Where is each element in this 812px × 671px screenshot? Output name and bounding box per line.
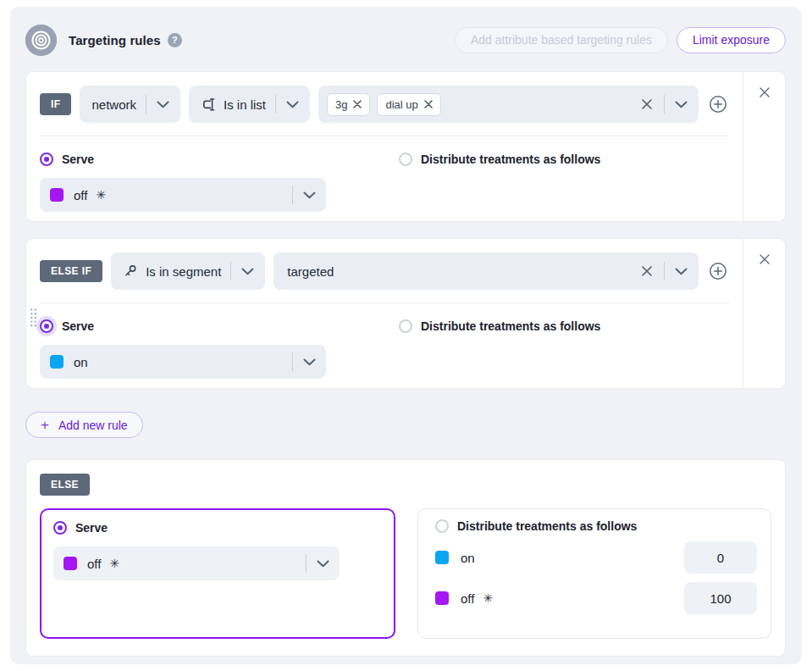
distribute-label: Distribute treatments as follows (457, 519, 637, 533)
segment-key-icon (123, 263, 138, 279)
treatment-percent-input[interactable] (684, 582, 757, 614)
limit-exposure-button[interactable]: Limit exposure (677, 27, 786, 53)
rule-if-side (743, 72, 785, 221)
remove-tag-icon[interactable] (424, 100, 433, 108)
else-badge: ELSE (40, 474, 90, 496)
radio-unselected-icon[interactable] (435, 519, 449, 533)
help-icon[interactable]: ? (168, 33, 182, 47)
clear-segment-icon[interactable] (639, 263, 655, 279)
matcher-select-value: Is in list (224, 97, 266, 112)
radio-unselected-icon[interactable] (399, 319, 412, 333)
treatment-color-swatch (435, 591, 449, 605)
treatment-name: off (74, 188, 87, 202)
value-tag-label: 3g (335, 98, 347, 111)
distribute-option[interactable]: Distribute treatments as follows (399, 319, 600, 333)
value-tag: 3g (327, 93, 370, 116)
add-new-rule-label: Add new rule (58, 419, 128, 432)
default-treatment-icon: ✳ (109, 557, 119, 570)
rule-else-if-main: ELSE IF Is in segment (26, 239, 743, 388)
treatment-select[interactable]: off ✳ (53, 546, 340, 580)
rule-card-else-if: ELSE IF Is in segment (25, 238, 786, 389)
matcher-select[interactable]: Is in segment (111, 252, 265, 290)
else-if-badge: ELSE IF (40, 260, 102, 282)
attribute-select-value: network (91, 97, 136, 112)
toolbar-actions: Add attribute based targeting rules Limi… (455, 27, 786, 53)
rule-if-main: IF network Is in list (26, 72, 743, 221)
serve-option[interactable]: Serve (53, 521, 382, 535)
plus-icon: + (41, 418, 49, 432)
chevron-down-icon (313, 560, 333, 568)
drag-handle[interactable] (30, 308, 37, 328)
treatment-select[interactable]: off ✳ (40, 178, 326, 212)
radio-unselected-icon[interactable] (399, 152, 412, 166)
radio-selected-icon[interactable] (40, 319, 53, 333)
remove-tag-icon[interactable] (353, 100, 362, 108)
treatment-color-swatch (50, 188, 64, 202)
else-distribute-panel[interactable]: Distribute treatments as follows on off … (417, 508, 771, 639)
distribute-option[interactable]: Distribute treatments as follows (399, 152, 600, 166)
radio-selected-icon[interactable] (53, 521, 67, 535)
treatment-color-swatch (435, 551, 449, 564)
treatment-color-swatch (64, 557, 77, 570)
add-new-rule-button[interactable]: + Add new rule (25, 412, 143, 438)
treatment-color-swatch (50, 355, 64, 369)
distribute-label: Distribute treatments as follows (421, 152, 600, 166)
treatment-select[interactable]: on (40, 345, 326, 379)
delete-rule-button[interactable] (758, 252, 771, 266)
toolbar: Targeting rules ? Add attribute based ta… (25, 24, 786, 56)
rule-if-condition-row: IF network Is in list (40, 82, 729, 136)
add-attribute-rules-button[interactable]: Add attribute based targeting rules (455, 27, 668, 53)
rule-else-if-serve-row: Serve Distribute treatments as follows (40, 303, 729, 333)
if-badge: IF (40, 93, 71, 115)
else-grid: Serve off ✳ Distribute treatments as fol (40, 508, 771, 639)
chevron-down-icon (300, 191, 319, 199)
radio-selected-icon[interactable] (40, 152, 53, 166)
treatment-name: off (461, 591, 474, 606)
add-condition-button[interactable] (707, 93, 729, 115)
serve-label: Serve (62, 152, 94, 166)
values-multiselect[interactable]: 3g dial up (318, 86, 699, 123)
treatment-name: off (87, 557, 101, 571)
clear-values-icon[interactable] (639, 97, 655, 112)
delete-rule-button[interactable] (758, 86, 771, 99)
value-tag: dial up (377, 93, 440, 116)
chevron-down-icon (300, 358, 319, 366)
segment-select[interactable]: targeted (273, 252, 699, 290)
treatment-percent-input[interactable] (684, 541, 757, 574)
else-serve-panel[interactable]: Serve off ✳ (40, 508, 395, 639)
targeting-rules-panel: Targeting rules ? Add attribute based ta… (10, 7, 802, 664)
distribute-label: Distribute treatments as follows (421, 319, 600, 333)
distribute-row: on (435, 541, 757, 574)
divider (292, 352, 293, 371)
default-treatment-icon: ✳ (96, 188, 106, 202)
divider (292, 186, 293, 204)
divider (664, 262, 665, 280)
serve-option[interactable]: Serve (40, 319, 399, 333)
string-matcher-icon (201, 97, 217, 112)
divider (664, 95, 665, 114)
divider (306, 554, 307, 573)
target-icon (25, 25, 57, 56)
chevron-down-icon (283, 101, 302, 108)
add-condition-button[interactable] (707, 260, 729, 282)
serve-option[interactable]: Serve (40, 152, 399, 166)
else-card: ELSE Serve off ✳ (25, 459, 786, 657)
treatment-name: on (74, 355, 88, 369)
segment-select-value: targeted (287, 264, 334, 279)
rule-else-if-side (743, 239, 785, 388)
chevron-down-icon (671, 101, 691, 108)
page-title: Targeting rules (69, 33, 161, 47)
matcher-select-value: Is in segment (146, 264, 221, 279)
matcher-select[interactable]: Is in list (189, 86, 310, 123)
chevron-down-icon (238, 268, 257, 275)
distribute-option[interactable]: Distribute treatments as follows (435, 519, 757, 533)
serve-label: Serve (62, 319, 94, 333)
rule-else-if-condition-row: ELSE IF Is in segment (40, 249, 729, 303)
value-tag-label: dial up (385, 98, 417, 111)
divider (146, 95, 146, 114)
distribute-row: off ✳ (435, 582, 757, 614)
chevron-down-icon (153, 101, 173, 108)
treatment-name: on (461, 551, 475, 565)
attribute-select[interactable]: network (80, 86, 180, 123)
chevron-down-icon (671, 268, 691, 275)
